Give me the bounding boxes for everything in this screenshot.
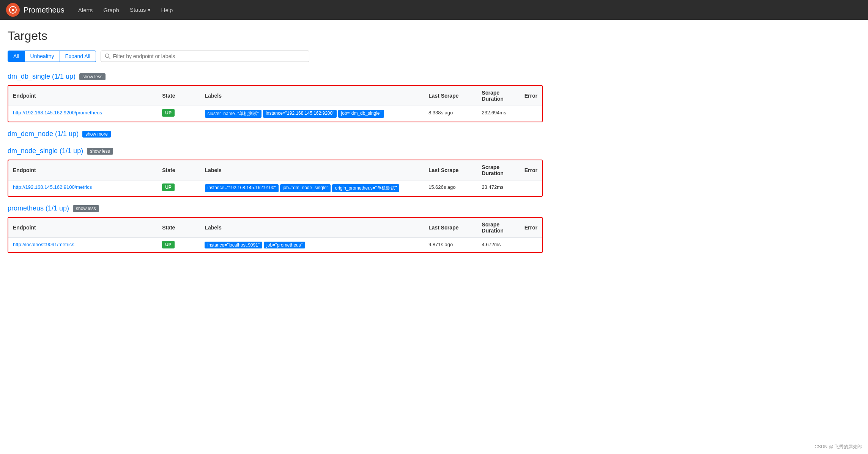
target-table-prometheus: EndpointStateLabelsLast ScrapeScrape Dur… [8,218,542,252]
col-header-endpoint: Endpoint [8,218,158,238]
error-cell [520,106,542,122]
scrape-duration: 23.472ms [477,180,520,196]
scrape-duration: 232.694ms [477,106,520,122]
target-table-dm_db_single: EndpointStateLabelsLast ScrapeScrape Dur… [8,86,542,122]
endpoint-link[interactable]: http://localhost:9091/metrics [13,242,74,247]
navbar-nav: Alerts Graph Status ▾ Help [74,4,178,16]
labels-cell: instance="localhost:9091"job="prometheus… [205,242,419,248]
target-group-dm_dem_node: dm_dem_node (1/1 up)show more [8,128,543,139]
state-badge: UP [162,109,175,117]
col-header-last-scrape: Last Scrape [424,86,477,106]
target-table-dm_node_single: EndpointStateLabelsLast ScrapeScrape Dur… [8,160,542,196]
table-row: http://192.168.145.162:9200/prometheusUP… [8,106,542,122]
label-badge: job="prometheus" [264,242,305,248]
labels-cell: cluster_name="单机测试"instance="192.168.145… [205,110,419,118]
filter-btn-group: All Unhealthy Expand All [8,51,96,62]
label-badge: job="dm_node_single" [280,184,331,192]
table-wrapper-dm_db_single: EndpointStateLabelsLast ScrapeScrape Dur… [8,85,543,122]
col-header-labels: Labels [200,86,424,106]
label-badge: instance="192.168.145.162:9100" [205,184,279,192]
col-header-endpoint: Endpoint [8,86,158,106]
col-header-labels: Labels [200,218,424,238]
nav-alerts[interactable]: Alerts [74,4,97,16]
group-header-dm_node_single: dm_node_single (1/1 up)show less [8,146,543,157]
col-header-error: Error [520,86,542,106]
col-header-scrape-duration: Scrape Duration [477,86,520,106]
navbar-brand: Prometheus [6,3,65,17]
navbar-title: Prometheus [24,6,65,14]
table-wrapper-dm_node_single: EndpointStateLabelsLast ScrapeScrape Dur… [8,160,543,197]
filter-bar: All Unhealthy Expand All [8,51,543,62]
svg-point-1 [12,9,14,11]
error-cell [520,180,542,196]
search-icon [105,53,110,59]
state-badge: UP [162,241,175,248]
last-scrape: 8.338s ago [424,106,477,122]
label-badge: instance="localhost:9091" [205,242,262,248]
label-badge: cluster_name="单机测试" [205,110,262,118]
target-groups-container: dm_db_single (1/1 up)show lessEndpointSt… [8,71,543,253]
col-header-state: State [158,86,200,106]
group-header-dm_db_single: dm_db_single (1/1 up)show less [8,71,543,82]
target-group-prometheus: prometheus (1/1 up)show lessEndpointStat… [8,203,543,253]
prometheus-logo [6,3,20,17]
toggle-btn-dm_dem_node[interactable]: show more [82,131,111,138]
group-title-prometheus[interactable]: prometheus (1/1 up) [8,204,69,212]
navbar: Prometheus Alerts Graph Status ▾ Help [0,0,868,20]
toggle-btn-dm_node_single[interactable]: show less [87,148,113,155]
nav-help[interactable]: Help [157,4,178,16]
label-badge: instance="192.168.145.162:9200" [263,110,337,118]
labels-cell: instance="192.168.145.162:9100"job="dm_n… [205,184,419,192]
col-header-error: Error [520,218,542,238]
target-group-dm_db_single: dm_db_single (1/1 up)show lessEndpointSt… [8,71,543,122]
target-group-dm_node_single: dm_node_single (1/1 up)show lessEndpoint… [8,146,543,197]
group-header-prometheus: prometheus (1/1 up)show less [8,203,543,214]
col-header-endpoint: Endpoint [8,160,158,180]
svg-point-2 [105,54,109,58]
table-wrapper-prometheus: EndpointStateLabelsLast ScrapeScrape Dur… [8,217,543,253]
btn-expand-all[interactable]: Expand All [60,51,96,62]
error-cell [520,238,542,253]
nav-status[interactable]: Status ▾ [125,4,155,16]
col-header-state: State [158,218,200,238]
group-title-dm_node_single[interactable]: dm_node_single (1/1 up) [8,147,83,155]
table-row: http://192.168.145.162:9100/metricsUPins… [8,180,542,196]
svg-line-3 [109,57,110,59]
toggle-btn-prometheus[interactable]: show less [73,205,99,212]
group-title-dm_db_single[interactable]: dm_db_single (1/1 up) [8,73,76,81]
label-badge: origin_prometheus="单机测试" [332,184,399,192]
col-header-error: Error [520,160,542,180]
endpoint-link[interactable]: http://192.168.145.162:9100/metrics [13,184,92,190]
label-badge: job="dm_db_single" [338,110,384,118]
group-title-dm_dem_node[interactable]: dm_dem_node (1/1 up) [8,130,79,138]
col-header-last-scrape: Last Scrape [424,218,477,238]
col-header-scrape-duration: Scrape Duration [477,160,520,180]
scrape-duration: 4.672ms [477,238,520,253]
state-badge: UP [162,183,175,191]
col-header-state: State [158,160,200,180]
col-header-scrape-duration: Scrape Duration [477,218,520,238]
main-content: Targets All Unhealthy Expand All dm_db_s… [0,20,550,268]
group-header-dm_dem_node: dm_dem_node (1/1 up)show more [8,128,543,139]
nav-graph[interactable]: Graph [99,4,124,16]
table-row: http://localhost:9091/metricsUPinstance=… [8,238,542,253]
col-header-labels: Labels [200,160,424,180]
page-title: Targets [8,29,543,43]
endpoint-link[interactable]: http://192.168.145.162:9200/prometheus [13,110,102,115]
search-input[interactable] [113,53,305,59]
search-box [101,51,309,62]
btn-all[interactable]: All [8,51,25,62]
toggle-btn-dm_db_single[interactable]: show less [79,73,106,80]
last-scrape: 9.871s ago [424,238,477,253]
last-scrape: 15.626s ago [424,180,477,196]
btn-unhealthy[interactable]: Unhealthy [25,51,60,62]
col-header-last-scrape: Last Scrape [424,160,477,180]
